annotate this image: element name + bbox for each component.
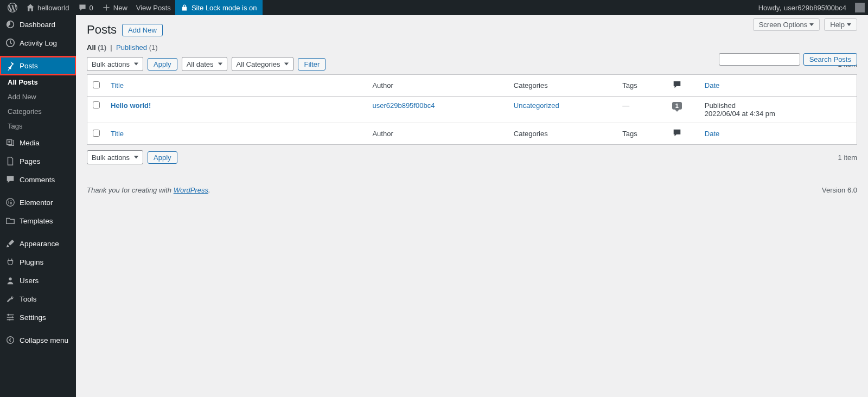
add-new-button[interactable]: Add New <box>122 24 163 36</box>
new-content-link[interactable]: New <box>98 0 132 15</box>
menu-appearance-label: Appearance <box>20 240 59 248</box>
menu-media[interactable]: Media <box>0 133 76 152</box>
menu-collapse[interactable]: Collapse menu <box>0 331 76 349</box>
item-count-bottom: 1 item <box>838 153 857 162</box>
menu-posts-label: Posts <box>20 62 38 70</box>
folder-icon <box>5 216 15 226</box>
submenu-all-posts[interactable]: All Posts <box>0 75 76 89</box>
comment-icon <box>78 3 87 12</box>
select-all-checkbox-bottom[interactable] <box>93 130 100 137</box>
table-row: Hello world! user629b895f00bc4 Uncategor… <box>87 97 857 123</box>
filter-all[interactable]: All (1) <box>87 43 106 52</box>
menu-pages[interactable]: Pages <box>0 152 76 170</box>
howdy-prefix: Howdy, <box>758 4 781 12</box>
svg-point-2 <box>9 278 11 280</box>
row-checkbox[interactable] <box>93 101 100 108</box>
category-filter-select[interactable]: All Categories <box>232 57 294 71</box>
submenu-add-new[interactable]: Add New <box>0 89 76 104</box>
view-posts-label: View Posts <box>136 4 171 12</box>
apply-button-bottom[interactable]: Apply <box>148 151 177 164</box>
collapse-icon <box>5 335 15 345</box>
bulk-actions-select-top[interactable]: Bulk actions <box>87 57 143 71</box>
apply-button-top[interactable]: Apply <box>148 58 177 71</box>
site-name-link[interactable]: helloworld <box>22 0 74 15</box>
column-title[interactable]: Title <box>111 81 124 89</box>
menu-templates[interactable]: Templates <box>0 212 76 230</box>
menu-posts[interactable]: Posts <box>0 56 76 75</box>
page-title: Posts <box>87 23 117 37</box>
comments-count: 0 <box>90 4 93 12</box>
date-filter-select[interactable]: All dates <box>182 57 227 71</box>
menu-comments[interactable]: Comments <box>0 170 76 189</box>
comments-column-icon <box>672 128 682 138</box>
menu-activity-log[interactable]: Activity Log <box>0 34 76 52</box>
column-title-footer[interactable]: Title <box>111 130 124 138</box>
menu-users-label: Users <box>20 277 39 285</box>
submenu-tags[interactable]: Tags <box>0 119 76 133</box>
select-all-checkbox-top[interactable] <box>93 81 100 88</box>
plus-icon <box>102 3 111 12</box>
user-icon <box>5 276 15 285</box>
search-posts-input[interactable] <box>719 53 800 66</box>
post-author-link[interactable]: user629b895f00bc4 <box>372 101 435 110</box>
submenu-categories[interactable]: Categories <box>0 104 76 119</box>
menu-elementor[interactable]: Elementor <box>0 193 76 212</box>
howdy-link[interactable]: Howdy, user629b895f00bc4 <box>754 0 851 15</box>
chevron-down-icon <box>847 23 851 26</box>
menu-plugins[interactable]: Plugins <box>0 253 76 271</box>
search-posts-button[interactable]: Search Posts <box>803 53 857 66</box>
lock-label: Site Lock mode is on <box>192 4 257 12</box>
comment-icon <box>5 175 15 184</box>
help-button[interactable]: Help <box>824 18 857 31</box>
footer-thanks: Thank you for creating with <box>87 186 174 194</box>
post-category-link[interactable]: Uncategorized <box>514 101 559 110</box>
admin-footer: Thank you for creating with WordPress. V… <box>87 164 857 194</box>
site-name-label: helloworld <box>37 4 69 12</box>
sliders-icon <box>5 312 15 322</box>
post-status-filters: All (1) | Published (1) <box>87 43 857 52</box>
pin-icon <box>5 61 15 71</box>
dashboard-icon <box>5 20 15 29</box>
menu-tools[interactable]: Tools <box>0 290 76 308</box>
menu-settings[interactable]: Settings <box>0 308 76 326</box>
column-author: Author <box>367 75 508 97</box>
column-tags: Tags <box>617 75 667 97</box>
posts-table: Title Author Categories Tags Date Hello … <box>87 74 857 145</box>
menu-plugins-label: Plugins <box>20 258 43 266</box>
menu-activity-log-label: Activity Log <box>20 39 57 47</box>
wp-logo[interactable] <box>3 0 22 15</box>
filter-button[interactable]: Filter <box>298 58 326 71</box>
column-tags-footer: Tags <box>617 123 667 145</box>
menu-templates-label: Templates <box>20 217 53 225</box>
admin-sidebar: Dashboard Activity Log Posts All Posts A… <box>0 15 76 397</box>
elementor-icon <box>5 197 15 207</box>
brush-icon <box>5 239 15 248</box>
footer-wp-link[interactable]: WordPress <box>174 186 208 194</box>
wrench-icon <box>5 294 15 304</box>
menu-dashboard[interactable]: Dashboard <box>0 15 76 34</box>
filter-published[interactable]: Published (1) <box>116 43 158 52</box>
admin-bar: helloworld 0 New View Posts Site Lock mo… <box>0 0 868 15</box>
menu-media-label: Media <box>20 139 40 147</box>
bulk-actions-select-bottom[interactable]: Bulk actions <box>87 150 143 164</box>
user-avatar[interactable] <box>855 3 865 12</box>
home-icon <box>26 3 35 12</box>
comment-count-bubble[interactable]: 1 <box>672 102 682 110</box>
column-author-footer: Author <box>367 123 508 145</box>
menu-dashboard-label: Dashboard <box>20 21 55 29</box>
post-title-link[interactable]: Hello world! <box>111 101 151 110</box>
view-posts-link[interactable]: View Posts <box>132 0 175 15</box>
post-date: 2022/06/04 at 4:34 pm <box>705 110 775 118</box>
chevron-down-icon <box>809 23 814 26</box>
column-categories: Categories <box>508 75 617 97</box>
menu-users[interactable]: Users <box>0 271 76 290</box>
media-icon <box>5 138 15 148</box>
howdy-username: user629b895f00bc4 <box>784 4 846 12</box>
screen-options-button[interactable]: Screen Options <box>753 18 820 31</box>
column-date-footer[interactable]: Date <box>705 130 719 138</box>
column-date[interactable]: Date <box>705 81 719 89</box>
menu-appearance[interactable]: Appearance <box>0 234 76 253</box>
site-lock-indicator[interactable]: Site Lock mode is on <box>175 0 263 15</box>
menu-settings-label: Settings <box>20 313 46 322</box>
comments-link[interactable]: 0 <box>74 0 98 15</box>
